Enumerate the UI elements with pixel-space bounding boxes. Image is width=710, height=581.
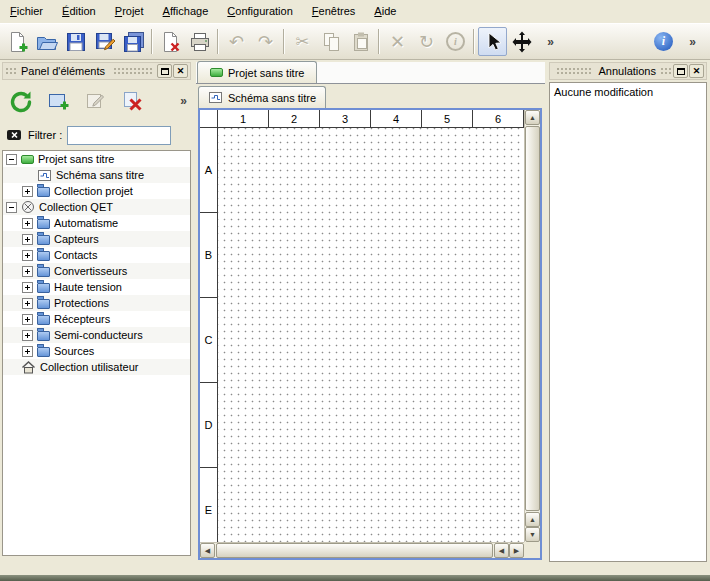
help-toolbar-overflow-button[interactable]: »	[678, 27, 707, 56]
folder-icon	[37, 235, 50, 245]
tree-item-label: Haute tension	[54, 281, 122, 293]
scroll-up-button[interactable]: ▲	[525, 512, 540, 527]
scroll-left-button[interactable]: ◀	[494, 543, 509, 558]
reload-collections-button[interactable]	[6, 86, 36, 116]
menu-projet[interactable]: Projet	[107, 0, 152, 22]
tree-item-contacts[interactable]: Contacts	[3, 247, 190, 263]
save-button[interactable]	[61, 27, 90, 56]
float-window-icon	[677, 68, 685, 75]
tree-item-semi-conducteurs[interactable]: Semi-conducteurs	[3, 327, 190, 343]
rotate-selection-button[interactable]: ↻	[412, 27, 441, 56]
project-window: Schéma sans titre 1 2 3 4 5 6 A B C D E	[194, 84, 546, 563]
tree-item-collection-projet[interactable]: Collection projet	[3, 183, 190, 199]
scroll-down-button[interactable]: ▼	[525, 527, 540, 542]
undo-button[interactable]: ↶	[222, 27, 251, 56]
close-dock-button[interactable]: ✕	[689, 64, 704, 78]
dock-grip	[660, 67, 672, 75]
panel-toolbar-overflow-button[interactable]: »	[180, 94, 187, 108]
undo-history-panel[interactable]: Aucune modification	[549, 82, 707, 562]
cut-button[interactable]: ✂	[288, 27, 317, 56]
tree-item-capteurs[interactable]: Capteurs	[3, 231, 190, 247]
menu-affichage[interactable]: Affichage	[155, 0, 217, 22]
delete-element-button[interactable]	[117, 86, 147, 116]
copy-button[interactable]	[317, 27, 346, 56]
new-document-button[interactable]	[3, 27, 32, 56]
redo-button[interactable]: ↷	[251, 27, 280, 56]
menu-edition[interactable]: Édition	[54, 0, 104, 22]
expand-icon[interactable]	[22, 266, 33, 277]
paste-button[interactable]	[346, 27, 375, 56]
tab-projet-sans-titre[interactable]: Projet sans titre	[197, 61, 317, 83]
clear-filter-icon[interactable]	[6, 127, 23, 143]
drawing-toolbar-overflow-button[interactable]: »	[536, 27, 565, 56]
about-icon: i	[654, 32, 673, 51]
column-header: 3	[320, 110, 371, 127]
tree-item-collection-qet[interactable]: Collection QET	[3, 199, 190, 215]
tab-schema-sans-titre[interactable]: Schéma sans titre	[198, 86, 326, 108]
menu-aide[interactable]: Aide	[366, 0, 404, 22]
pan-mode-button[interactable]	[507, 27, 536, 56]
expand-icon[interactable]	[22, 314, 33, 325]
delete-selection-button[interactable]: ✕	[383, 27, 412, 56]
menu-fichier[interactable]: Fichier	[2, 0, 51, 22]
edit-element-button[interactable]	[80, 86, 110, 116]
save-as-button[interactable]	[90, 27, 119, 56]
filter-row: Filtrer :	[2, 122, 191, 148]
print-button[interactable]	[185, 27, 214, 56]
float-dock-button[interactable]	[157, 64, 172, 78]
scroll-up-button[interactable]: ▲	[525, 110, 540, 125]
expand-icon[interactable]	[22, 218, 33, 229]
up-arrow-icon: ▲	[529, 516, 536, 523]
scroll-right-button[interactable]: ▶	[509, 543, 524, 558]
menu-fenetres[interactable]: Fenêtres	[304, 0, 363, 22]
expand-icon[interactable]	[22, 346, 33, 357]
tree-item-recepteurs[interactable]: Récepteurs	[3, 311, 190, 327]
tree-item-protections[interactable]: Protections	[3, 295, 190, 311]
collapse-icon[interactable]	[6, 154, 17, 165]
tree-item-sources[interactable]: Sources	[3, 343, 190, 359]
close-dock-button[interactable]: ✕	[173, 64, 188, 78]
collapse-icon[interactable]	[6, 202, 17, 213]
about-button[interactable]: i	[649, 27, 678, 56]
tree-item-schema-sans-titre[interactable]: Schéma sans titre	[3, 167, 190, 183]
undo-panel-titlebar[interactable]: Annulations ✕	[549, 62, 707, 80]
scroll-left-button[interactable]: ◀	[200, 543, 215, 558]
filter-label: Filtrer :	[28, 129, 62, 141]
open-project-button[interactable]	[32, 27, 61, 56]
tree-item-haute-tension[interactable]: Haute tension	[3, 279, 190, 295]
horizontal-scroll-track[interactable]	[216, 543, 493, 558]
tree-item-label: Capteurs	[54, 233, 99, 245]
tree-item-projet-sans-titre[interactable]: Projet sans titre	[3, 151, 190, 167]
float-dock-button[interactable]	[673, 64, 688, 78]
expand-icon[interactable]	[22, 250, 33, 261]
expand-icon[interactable]	[22, 330, 33, 341]
tree-item-automatisme[interactable]: Automatisme	[3, 215, 190, 231]
tree-item-label: Projet sans titre	[38, 153, 114, 165]
expand-icon[interactable]	[22, 234, 33, 245]
tree-item-collection-utilisateur[interactable]: Collection utilisateur	[3, 359, 190, 375]
expand-icon[interactable]	[22, 186, 33, 197]
vertical-scroll-thumb[interactable]	[525, 126, 540, 511]
selection-mode-button[interactable]	[478, 27, 507, 56]
horizontal-scrollbar[interactable]: ◀ ◀ ▶	[200, 542, 524, 558]
horizontal-scroll-thumb[interactable]	[216, 543, 493, 558]
expand-icon[interactable]	[22, 282, 33, 293]
folder-icon	[37, 187, 50, 197]
print-icon	[188, 30, 212, 54]
element-info-button[interactable]: i	[441, 27, 470, 56]
tree-item-label: Protections	[54, 297, 109, 309]
new-element-button[interactable]	[43, 86, 73, 116]
diagram-canvas[interactable]	[218, 128, 524, 542]
elements-panel-titlebar[interactable]: Panel d'éléments ✕	[2, 62, 191, 80]
filter-input[interactable]	[67, 126, 171, 145]
vertical-scrollbar[interactable]: ▲ ▲ ▼	[524, 110, 540, 542]
menu-configuration[interactable]: Configuration	[219, 0, 300, 22]
left-arrow-icon: ◀	[499, 547, 504, 554]
tree-item-label: Collection QET	[39, 201, 113, 213]
vertical-scroll-track[interactable]	[525, 126, 540, 511]
new-document-icon	[6, 30, 30, 54]
close-file-button[interactable]	[156, 27, 185, 56]
expand-icon[interactable]	[22, 298, 33, 309]
save-all-button[interactable]	[119, 27, 148, 56]
tree-item-convertisseurs[interactable]: Convertisseurs	[3, 263, 190, 279]
